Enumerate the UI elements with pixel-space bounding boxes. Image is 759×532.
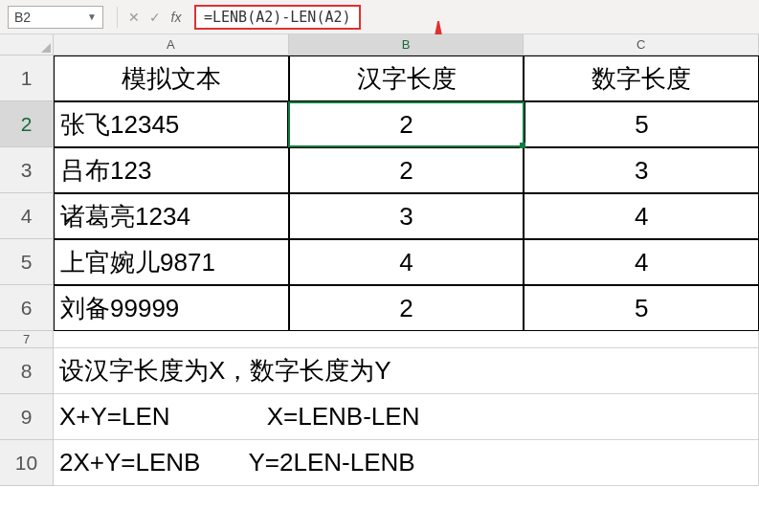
select-all-corner[interactable]	[0, 34, 54, 55]
col-header-a[interactable]: A	[54, 34, 289, 55]
column-headers: A B C	[0, 34, 759, 55]
cell-a4[interactable]: 诸葛亮1234	[54, 193, 289, 239]
cell-a5[interactable]: 上官婉儿9871	[54, 239, 289, 285]
row-header[interactable]: 6	[0, 285, 54, 331]
cell-c6[interactable]: 5	[524, 285, 759, 331]
row-header[interactable]: 7	[0, 331, 54, 348]
cell-a8[interactable]: 设汉字长度为X，数字长度为Y	[54, 348, 759, 394]
row-header[interactable]: 10	[0, 440, 54, 486]
cell-c3[interactable]: 3	[524, 147, 759, 193]
row-header[interactable]: 5	[0, 239, 54, 285]
row-header[interactable]: 1	[0, 55, 54, 101]
cancel-icon[interactable]: ✕	[123, 7, 145, 28]
formula-bar: B2 ▼ ✕ ✓ fx =LENB(A2)-LEN(A2)	[0, 0, 759, 34]
formula-input[interactable]: =LENB(A2)-LEN(A2)	[194, 5, 361, 30]
cell-a9[interactable]: X+Y=LEN X=LENB-LEN	[54, 394, 759, 440]
cell-c4[interactable]: 4	[524, 193, 759, 239]
cell-b5[interactable]: 4	[289, 239, 525, 285]
row-header[interactable]: 8	[0, 348, 54, 394]
row-header[interactable]: 9	[0, 394, 54, 440]
cell-a2[interactable]: 张飞12345	[54, 101, 288, 147]
cell-c2[interactable]: 5	[525, 101, 759, 147]
cell-b6[interactable]: 2	[289, 285, 525, 331]
name-box[interactable]: B2 ▼	[8, 6, 103, 29]
cell-a6[interactable]: 刘备99999	[54, 285, 289, 331]
col-header-c[interactable]: C	[524, 34, 759, 55]
cell-b4[interactable]: 3	[289, 193, 525, 239]
spreadsheet-grid: A B C 1模拟文本汉字长度数字长度2张飞12345253吕布123234诸葛…	[0, 34, 759, 486]
cell-b1[interactable]: 汉字长度	[289, 55, 525, 101]
cell-a3[interactable]: 吕布123	[54, 147, 289, 193]
cell-c5[interactable]: 4	[524, 239, 759, 285]
row-header[interactable]: 3	[0, 147, 54, 193]
formula-input-container: =LENB(A2)-LEN(A2)	[187, 0, 759, 33]
cell-a10[interactable]: 2X+Y=LENB Y=2LEN-LENB	[54, 440, 759, 486]
accept-icon[interactable]: ✓	[145, 7, 166, 28]
fx-icon[interactable]: fx	[166, 7, 187, 28]
cell-reference: B2	[14, 10, 31, 25]
cell-b2[interactable]: 2	[288, 101, 525, 147]
chevron-down-icon[interactable]: ▼	[87, 11, 97, 22]
row-header[interactable]: 2	[0, 101, 54, 147]
col-header-b[interactable]: B	[289, 34, 525, 55]
cell-a7[interactable]	[54, 331, 759, 348]
row-header[interactable]: 4	[0, 193, 54, 239]
cell-b3[interactable]: 2	[289, 147, 525, 193]
separator	[117, 7, 118, 28]
cell-a1[interactable]: 模拟文本	[54, 55, 289, 101]
cell-c1[interactable]: 数字长度	[524, 55, 759, 101]
